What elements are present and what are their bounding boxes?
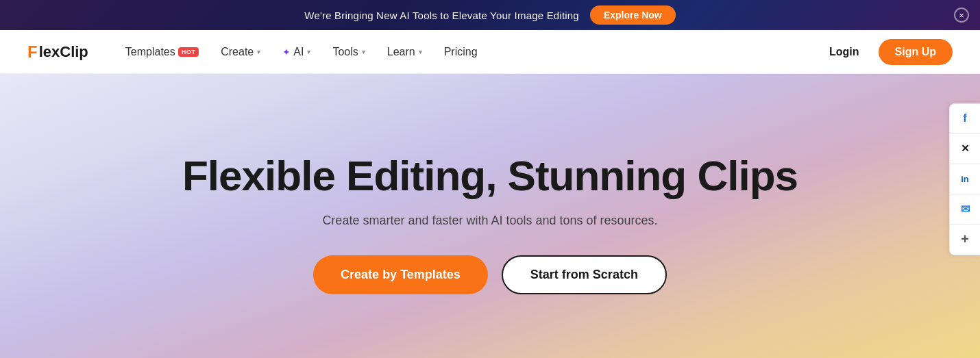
more-share-button[interactable]: + <box>950 225 980 255</box>
facebook-icon: f <box>963 112 966 125</box>
nav-item-ai[interactable]: ✦ AI ▾ <box>273 40 320 64</box>
nav-label-tools: Tools <box>332 46 358 58</box>
nav-item-templates[interactable]: Templates HOT <box>116 40 208 64</box>
plus-icon: + <box>961 231 969 247</box>
start-from-scratch-button[interactable]: Start from Scratch <box>502 255 667 294</box>
banner-text: We're Bringing New AI Tools to Elevate Y… <box>304 10 579 21</box>
email-share-button[interactable]: ✉ <box>950 194 980 225</box>
logo-text: lexClip <box>39 43 88 61</box>
email-icon: ✉ <box>961 203 970 216</box>
logo-f-letter: F <box>27 42 38 62</box>
logo[interactable]: F lexClip <box>27 42 88 62</box>
nav-item-create[interactable]: Create ▾ <box>211 40 270 64</box>
login-button[interactable]: Login <box>818 40 870 64</box>
nav-label-create: Create <box>221 46 254 58</box>
nav-label-pricing: Pricing <box>444 46 478 58</box>
explore-now-button[interactable]: Explore Now <box>590 5 676 25</box>
nav-right: Login Sign Up <box>818 39 953 65</box>
hero-section: Flexible Editing, Stunning Clips Create … <box>0 74 980 358</box>
chevron-down-icon-tools: ▾ <box>362 48 365 55</box>
nav-item-pricing[interactable]: Pricing <box>434 40 487 64</box>
ai-sparkle-icon: ✦ <box>282 47 291 57</box>
hot-badge: HOT <box>178 47 199 57</box>
chevron-down-icon-ai: ▾ <box>307 48 310 55</box>
nav-label-templates: Templates <box>125 46 175 58</box>
facebook-share-button[interactable]: f <box>950 104 980 134</box>
chevron-down-icon: ▾ <box>257 48 260 55</box>
create-by-templates-button[interactable]: Create by Templates <box>313 255 488 294</box>
hero-subtitle: Create smarter and faster with AI tools … <box>322 214 657 228</box>
hero-title: Flexible Editing, Stunning Clips <box>182 151 798 200</box>
nav-links: Templates HOT Create ▾ ✦ AI ▾ Tools ▾ Le… <box>116 40 818 64</box>
nav-label-learn: Learn <box>387 46 415 58</box>
twitter-share-button[interactable]: ✕ <box>950 134 980 164</box>
social-sidebar: f ✕ in ✉ + <box>949 103 980 255</box>
navbar: F lexClip Templates HOT Create ▾ ✦ AI ▾ … <box>0 30 980 74</box>
nav-item-learn[interactable]: Learn ▾ <box>378 40 432 64</box>
twitter-icon: ✕ <box>961 142 970 155</box>
nav-item-tools[interactable]: Tools ▾ <box>323 40 374 64</box>
linkedin-share-button[interactable]: in <box>950 164 980 194</box>
linkedin-icon: in <box>961 174 969 184</box>
signup-button[interactable]: Sign Up <box>879 39 953 65</box>
chevron-down-icon-learn: ▾ <box>419 48 422 55</box>
top-banner: We're Bringing New AI Tools to Elevate Y… <box>0 0 980 30</box>
hero-buttons: Create by Templates Start from Scratch <box>313 255 667 294</box>
nav-label-ai: AI <box>293 46 304 58</box>
banner-close-button[interactable]: × <box>954 8 969 23</box>
